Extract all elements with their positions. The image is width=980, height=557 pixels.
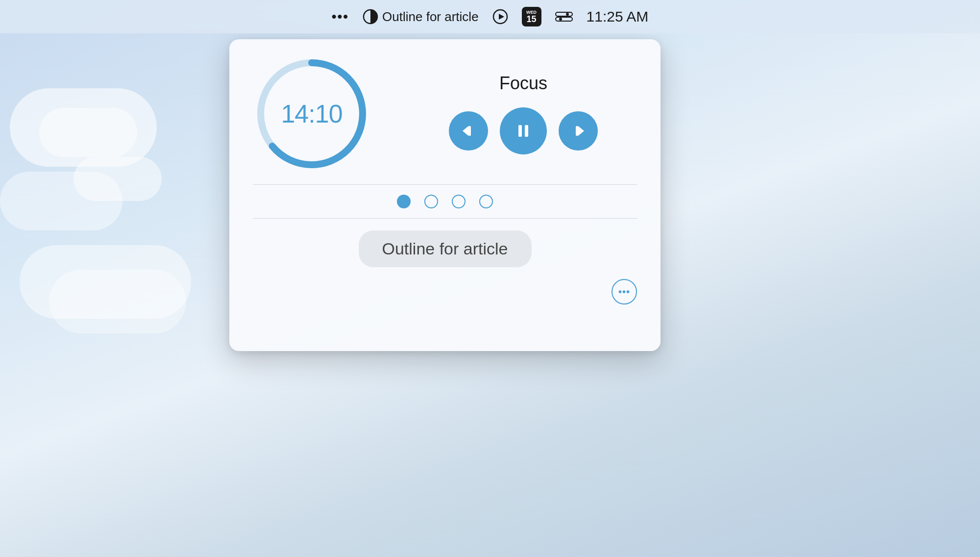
svg-rect-14 [576, 126, 578, 136]
cloud-6 [49, 270, 186, 333]
task-pill[interactable]: Outline for article [359, 230, 532, 267]
svg-marker-13 [578, 126, 584, 136]
divider-top [253, 184, 637, 185]
more-dots-icon: ••• [618, 287, 630, 297]
session-dot-4[interactable] [479, 195, 493, 208]
cloud-4 [74, 157, 162, 201]
more-button-area: ••• [253, 275, 637, 304]
next-icon [569, 122, 587, 140]
more-button[interactable]: ••• [612, 279, 637, 304]
calendar-badge[interactable]: WED 15 [522, 7, 541, 26]
svg-marker-2 [499, 14, 504, 20]
prev-icon [460, 122, 477, 140]
half-circle-icon [363, 9, 378, 25]
divider-bottom [253, 218, 637, 219]
next-button[interactable] [559, 111, 598, 151]
menubar-play-icon[interactable] [492, 9, 508, 25]
menubar: ••• Outline for article WED 15 11:25 [0, 0, 980, 33]
controls-section: Focus [410, 73, 637, 154]
menubar-time: 11:25 AM [587, 8, 649, 25]
svg-rect-4 [556, 17, 572, 21]
cloud-2 [39, 108, 137, 157]
prev-button[interactable] [449, 111, 488, 151]
session-dots [253, 187, 637, 216]
session-dot-1[interactable] [397, 195, 411, 208]
circular-timer: 14:10 [253, 55, 370, 173]
popup-card: 14:10 Focus [229, 39, 661, 351]
menubar-app[interactable]: Outline for article [363, 9, 479, 25]
svg-marker-9 [463, 126, 468, 136]
menubar-switch-icon[interactable] [555, 11, 573, 23]
session-dot-3[interactable] [452, 195, 466, 208]
menubar-app-title: Outline for article [382, 9, 479, 25]
timer-display: 14:10 [253, 55, 370, 173]
timer-section: 14:10 Focus [253, 55, 637, 173]
svg-rect-10 [468, 126, 471, 136]
svg-rect-11 [518, 125, 522, 137]
task-area: Outline for article [253, 221, 637, 275]
control-buttons [449, 107, 598, 154]
svg-rect-12 [525, 125, 528, 137]
session-dot-2[interactable] [424, 195, 438, 208]
svg-rect-6 [559, 18, 562, 21]
calendar-num: 15 [527, 15, 537, 24]
svg-rect-3 [556, 12, 572, 16]
pause-button[interactable] [500, 107, 547, 154]
svg-rect-5 [566, 13, 569, 16]
focus-label: Focus [499, 73, 547, 94]
pause-icon [514, 121, 533, 141]
menubar-dots[interactable]: ••• [332, 9, 349, 25]
